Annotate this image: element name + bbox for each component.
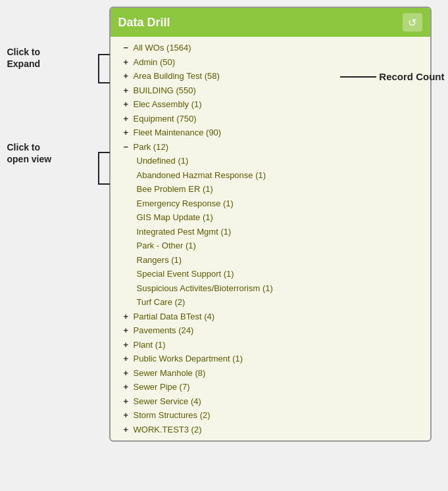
tree-item[interactable]: Turf Care (2)	[117, 295, 425, 310]
tree-item-label: Suspicious Activites/Bioterrorism (1)	[137, 282, 273, 295]
collapse-icon[interactable]: −	[124, 41, 132, 55]
tree-item[interactable]: + Pavements (24)	[117, 323, 425, 338]
tree-item[interactable]: + Partial Data BTest (4)	[117, 310, 425, 324]
refresh-button[interactable]: ↺	[403, 13, 422, 32]
tree-item[interactable]: + Sewer Manhole (8)	[117, 366, 425, 381]
tree-item-label: Special Event Support (1)	[137, 268, 234, 281]
tree-item-label: Bee Problem ER (1)	[137, 183, 213, 196]
open-bracket	[98, 152, 110, 185]
tree-item-label: Pavements (24)	[134, 324, 194, 337]
tree-item[interactable]: − Park (12)	[117, 140, 425, 154]
tree-item-label: Sewer Service (4)	[134, 395, 201, 408]
record-count-line	[340, 76, 376, 78]
tree-item-label: WORK.TEST3 (2)	[134, 423, 202, 436]
tree-item[interactable]: Abandoned Hazmat Response (1)	[117, 168, 425, 183]
tree-item[interactable]: Suspicious Activites/Bioterrorism (1)	[117, 281, 425, 296]
expand-icon[interactable]: +	[124, 409, 132, 422]
click-to-expand-label: Click to Expand	[7, 46, 41, 70]
expand-icon[interactable]: +	[124, 381, 132, 394]
expand-icon[interactable]: +	[124, 367, 132, 380]
tree-item-label: Undefined (1)	[137, 154, 189, 168]
click-to-open-label: Click to open view	[7, 141, 52, 165]
tree-item-label: Sewer Manhole (8)	[134, 367, 206, 380]
expand-icon[interactable]: +	[124, 395, 132, 408]
record-count-annotation: Record Count	[340, 71, 444, 82]
tree-item-label: BUILDING (550)	[134, 84, 196, 97]
tree-item-label: Admin (50)	[134, 56, 176, 69]
tree-item-label: Abandoned Hazmat Response (1)	[137, 169, 266, 182]
tree-item-label: Fleet Maintenance (90)	[134, 126, 222, 139]
tree-item-label: All WOs (1564)	[134, 41, 191, 55]
tree-item-label: Integrated Pest Mgmt (1)	[137, 225, 232, 239]
record-count-label: Record Count	[379, 71, 444, 82]
tree-item[interactable]: + Fleet Maintenance (90)	[117, 126, 425, 140]
tree-item[interactable]: + Storm Structures (2)	[117, 408, 425, 423]
tree-item-label: Area Building Test (58)	[134, 70, 220, 83]
tree-item-label: Plant (1)	[134, 339, 166, 352]
expand-icon[interactable]: +	[124, 98, 132, 111]
tree-item[interactable]: + Sewer Pipe (7)	[117, 380, 425, 394]
tree-item-label: GIS Map Update (1)	[137, 211, 213, 224]
collapse-icon[interactable]: −	[124, 141, 132, 154]
expand-icon[interactable]: +	[124, 310, 132, 323]
tree-item[interactable]: Integrated Pest Mgmt (1)	[117, 225, 425, 239]
tree-item[interactable]: Emergency Response (1)	[117, 197, 425, 211]
tree-item[interactable]: + Elec Assembly (1)	[117, 97, 425, 112]
panel-header: Data Drill ↺	[111, 8, 430, 37]
tree-item-label: Public Works Department (1)	[134, 352, 243, 365]
expand-icon[interactable]: +	[124, 56, 132, 69]
tree-item-label: Partial Data BTest (4)	[134, 310, 215, 323]
tree-item[interactable]: Bee Problem ER (1)	[117, 182, 425, 197]
tree-item[interactable]: + Plant (1)	[117, 338, 425, 352]
expand-icon[interactable]: +	[124, 112, 132, 126]
tree-item[interactable]: Special Event Support (1)	[117, 267, 425, 281]
tree-item[interactable]: + Sewer Service (4)	[117, 394, 425, 409]
tree-item[interactable]: Park - Other (1)	[117, 239, 425, 253]
expand-bracket	[98, 54, 110, 83]
tree-item[interactable]: Undefined (1)	[117, 154, 425, 168]
tree-item[interactable]: − All WOs (1564)	[117, 41, 425, 55]
panel-body: − All WOs (1564)+ Admin (50)+ Area Build…	[111, 37, 430, 440]
expand-icon[interactable]: +	[124, 339, 132, 352]
expand-icon[interactable]: +	[124, 126, 132, 139]
tree-item[interactable]: + Equipment (750)	[117, 112, 425, 126]
tree-item[interactable]: + BUILDING (550)	[117, 83, 425, 98]
panel-title: Data Drill	[118, 16, 170, 30]
expand-icon[interactable]: +	[124, 324, 132, 337]
tree-item-label: Turf Care (2)	[137, 296, 186, 309]
tree-item-label: Storm Structures (2)	[134, 409, 211, 422]
tree-item[interactable]: + Admin (50)	[117, 55, 425, 70]
expand-icon[interactable]: +	[124, 70, 132, 83]
tree-item[interactable]: GIS Map Update (1)	[117, 210, 425, 225]
tree-item-label: Sewer Pipe (7)	[134, 381, 190, 394]
tree-item[interactable]: + Public Works Department (1)	[117, 352, 425, 366]
tree-item-label: Equipment (750)	[134, 112, 197, 126]
tree-item[interactable]: Rangers (1)	[117, 253, 425, 268]
tree-item-label: Elec Assembly (1)	[134, 98, 202, 111]
expand-icon[interactable]: +	[124, 84, 132, 97]
tree-item-label: Emergency Response (1)	[137, 197, 234, 210]
outer-wrapper: Click to Expand Click to open view Recor…	[7, 7, 441, 442]
tree-item-label: Rangers (1)	[137, 254, 182, 267]
expand-icon[interactable]: +	[124, 352, 132, 365]
tree-item-label: Park (12)	[134, 141, 168, 154]
tree-item-label: Park - Other (1)	[137, 239, 196, 252]
expand-icon[interactable]: +	[124, 423, 132, 436]
tree-item[interactable]: + WORK.TEST3 (2)	[117, 423, 425, 437]
